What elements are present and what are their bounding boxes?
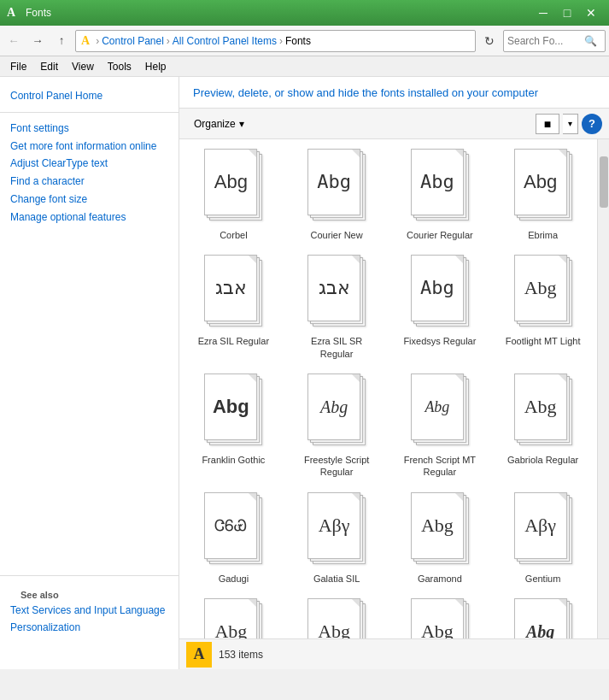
- font-glyph: Abg: [320, 398, 348, 415]
- font-name: Footlight MT Light: [506, 335, 581, 347]
- font-glyph: Abg: [213, 397, 249, 416]
- refresh-button[interactable]: ↻: [479, 31, 500, 51]
- menu-view[interactable]: View: [65, 59, 101, 74]
- font-preview: Abg: [509, 598, 577, 638]
- organize-label: Organize: [194, 118, 236, 130]
- breadcrumb-control-panel[interactable]: Control Panel: [102, 35, 164, 47]
- font-preview: Abg: [199, 149, 267, 226]
- font-name: Fixedsys Regular: [403, 335, 476, 347]
- search-input[interactable]: [507, 35, 584, 47]
- font-preview: Abg: [406, 255, 474, 332]
- font-glyph: Αβγ: [524, 516, 556, 535]
- font-item[interactable]: Abg Gentium Plus: [183, 592, 284, 638]
- font-item[interactable]: Abg Ebrima: [492, 143, 594, 247]
- font-item[interactable]: Abg Harlow Solid Semi Expanded Italic: [492, 592, 594, 638]
- font-preview: Abg: [199, 598, 267, 638]
- font-glyph: Abg: [420, 173, 454, 191]
- font-preview: Abg: [406, 598, 474, 638]
- content-area: Preview, delete, or show and hide the fo…: [179, 77, 609, 669]
- back-button[interactable]: ←: [3, 31, 24, 51]
- font-item[interactable]: Abg Courier Regular: [389, 143, 491, 247]
- view-dropdown-button[interactable]: ▾: [563, 114, 578, 134]
- font-name: Gadugi: [219, 573, 249, 585]
- organize-dropdown-icon: ▾: [239, 118, 244, 130]
- breadcrumb-icon: A: [81, 34, 90, 48]
- address-bar: ← → ↑ A › Control Panel › All Control Pa…: [0, 26, 609, 56]
- font-item[interactable]: ᏣᏮᏯ Gadugi: [183, 486, 284, 591]
- up-button[interactable]: ↑: [51, 31, 72, 51]
- sidebar-link-get-more-font[interactable]: Get more font information online: [10, 138, 168, 156]
- font-item[interactable]: Abg Fixedsys Regular: [389, 249, 491, 366]
- font-item[interactable]: Abg Courier New: [286, 143, 388, 247]
- font-item[interactable]: Abg Georgia: [286, 592, 388, 638]
- font-item[interactable]: Abg Freestyle Script Regular: [286, 368, 388, 485]
- font-item[interactable]: Αβγ Gentium: [492, 486, 594, 591]
- app-icon: A: [7, 6, 20, 20]
- font-item[interactable]: Abg French Script MT Regular: [389, 368, 491, 485]
- content-header-text: Preview, delete, or show and hide the fo…: [193, 86, 538, 99]
- help-button[interactable]: ?: [582, 114, 602, 134]
- content-header: Preview, delete, or show and hide the fo…: [179, 77, 609, 109]
- sidebar-link-personalization[interactable]: Personalization: [10, 619, 168, 637]
- font-glyph: Abg: [214, 622, 247, 638]
- breadcrumb: A › Control Panel › All Control Panel It…: [75, 30, 476, 52]
- font-glyph: Abg: [317, 173, 351, 191]
- font-glyph: Abg: [421, 516, 454, 535]
- scrollbar-track[interactable]: [597, 139, 609, 638]
- font-preview: Abg: [509, 255, 577, 332]
- maximize-button[interactable]: □: [556, 4, 578, 21]
- font-preview: Abg: [199, 374, 267, 450]
- font-name: Gentium: [525, 573, 561, 585]
- minimize-button[interactable]: ─: [532, 4, 554, 21]
- font-item[interactable]: אבג Ezra SIL Regular: [183, 249, 284, 366]
- font-item[interactable]: אבג Ezra SIL SR Regular: [286, 249, 388, 366]
- font-name: Ezra SIL Regular: [198, 335, 269, 347]
- font-item[interactable]: Abg Franklin Gothic: [183, 368, 284, 485]
- font-glyph: Abg: [526, 623, 554, 638]
- font-preview: Abg: [302, 598, 371, 638]
- sidebar-link-font-settings[interactable]: Font settings: [10, 120, 168, 138]
- status-icon: A: [186, 642, 212, 668]
- font-glyph: Abg: [420, 279, 454, 297]
- organize-button[interactable]: Organize ▾: [186, 114, 252, 134]
- font-item[interactable]: Abg Corbel: [183, 143, 284, 247]
- font-name: French Script MT Regular: [401, 454, 478, 479]
- font-item[interactable]: Abg GFS Decker Normal: [389, 592, 491, 638]
- font-name: Galatia SIL: [313, 573, 360, 585]
- font-item[interactable]: Αβγ Galatia SIL: [286, 486, 388, 591]
- breadcrumb-all-items[interactable]: All Control Panel Items: [173, 35, 277, 47]
- font-glyph: Abg: [524, 279, 557, 297]
- menu-file[interactable]: File: [3, 59, 33, 74]
- font-glyph: Αβγ: [319, 516, 350, 535]
- menu-tools[interactable]: Tools: [101, 59, 138, 74]
- font-glyph: Abg: [214, 173, 248, 191]
- sidebar-link-text-services[interactable]: Text Services and Input Language: [10, 602, 168, 620]
- menu-help[interactable]: Help: [138, 59, 173, 74]
- font-preview: Abg: [302, 374, 371, 450]
- scrollbar-thumb[interactable]: [600, 156, 608, 208]
- font-item[interactable]: Abg Garamond: [389, 486, 491, 591]
- main-layout: Control Panel Home Font settings Get mor…: [0, 77, 609, 669]
- font-grid: Abg Corbel Abg Courier New: [179, 139, 597, 638]
- font-glyph: אבג: [319, 279, 350, 297]
- toolbar: Organize ▾ ■ ▾ ?: [179, 109, 609, 139]
- font-preview: Abg: [302, 149, 371, 226]
- font-item[interactable]: Abg Gabriola Regular: [492, 368, 594, 485]
- forward-button[interactable]: →: [27, 31, 48, 51]
- sidebar-link-manage-optional[interactable]: Manage optional features: [10, 209, 168, 226]
- sidebar-link-find-character[interactable]: Find a character: [10, 173, 168, 191]
- close-button[interactable]: ✕: [580, 4, 602, 21]
- menu-edit[interactable]: Edit: [33, 59, 65, 74]
- font-preview: Abg: [509, 149, 577, 226]
- view-mode-button[interactable]: ■: [536, 114, 559, 134]
- title-bar: A Fonts ─ □ ✕: [0, 0, 609, 26]
- font-glyph: Abg: [524, 173, 557, 191]
- sidebar-link-adjust-cleartype[interactable]: Adjust ClearType text: [10, 155, 168, 173]
- font-preview: Abg: [509, 374, 577, 450]
- font-name: Gabriola Regular: [507, 454, 578, 466]
- font-item[interactable]: Abg Footlight MT Light: [492, 249, 594, 366]
- sidebar-link-control-panel-home[interactable]: Control Panel Home: [10, 87, 168, 105]
- font-preview: Abg: [406, 492, 474, 569]
- status-icon-char: A: [194, 645, 205, 663]
- sidebar-link-change-font-size[interactable]: Change font size: [10, 191, 168, 209]
